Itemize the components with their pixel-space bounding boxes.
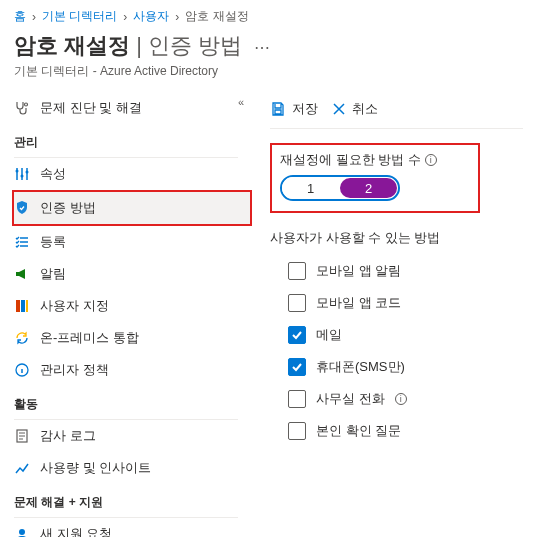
sidebar-item-label: 사용량 및 인사이트	[40, 459, 151, 477]
checkbox-label: 모바일 앱 코드	[316, 294, 401, 312]
megaphone-icon	[14, 266, 30, 282]
svg-point-1	[21, 175, 24, 178]
sidebar-item-auth-methods[interactable]: 인증 방법	[12, 190, 252, 226]
methods-required-toggle[interactable]: 1 2	[280, 175, 400, 201]
page-header: 암호 재설정 | 인증 방법 ⋯ 기본 디렉터리 - Azure Active …	[0, 29, 535, 92]
checklist-icon	[14, 234, 30, 250]
svg-rect-4	[21, 300, 25, 312]
sidebar-item-diagnose[interactable]: 문제 진단 및 해결	[14, 92, 252, 124]
save-icon	[270, 101, 286, 117]
available-methods-label: 사용자가 사용할 수 있는 방법	[270, 229, 523, 247]
sidebar-group-support: 문제 해결 + 지원	[14, 484, 238, 518]
support-icon	[14, 526, 30, 537]
save-button[interactable]: 저장	[270, 100, 318, 118]
sidebar-item-label: 온-프레미스 통합	[40, 329, 139, 347]
sidebar-item-registration[interactable]: 등록	[14, 226, 252, 258]
checkbox-label: 휴대폰(SMS만)	[316, 358, 405, 376]
sidebar-item-new-support[interactable]: 새 지원 요청	[14, 518, 252, 537]
checkbox-security-questions[interactable]	[288, 422, 306, 440]
sidebar-item-label: 문제 진단 및 해결	[40, 99, 142, 117]
page-description: 기본 디렉터리 - Azure Active Directory	[14, 63, 521, 80]
methods-required-label: 재설정에 필요한 방법 수 i	[280, 151, 470, 169]
sidebar-item-label: 감사 로그	[40, 427, 96, 445]
svg-point-0	[16, 170, 19, 173]
discard-button[interactable]: 취소	[332, 100, 378, 118]
more-menu-button[interactable]: ⋯	[254, 38, 270, 57]
option-2[interactable]: 2	[340, 178, 397, 198]
checkbox-label: 메일	[316, 326, 342, 344]
sidebar-item-notifications[interactable]: 알림	[14, 258, 252, 290]
page-title: 암호 재설정	[14, 31, 130, 61]
chevron-right-icon: ›	[32, 10, 36, 24]
sidebar-group-manage: 관리	[14, 124, 238, 158]
checkbox-office-phone[interactable]	[288, 390, 306, 408]
sidebar-item-label: 속성	[40, 165, 66, 183]
sidebar-item-admin-policy[interactable]: 관리자 정책	[14, 354, 252, 386]
command-bar: 저장 취소	[270, 92, 523, 128]
close-icon	[332, 102, 346, 116]
sidebar-item-label: 관리자 정책	[40, 361, 109, 379]
sidebar-group-activity: 활동	[14, 386, 238, 420]
chart-icon	[14, 460, 30, 476]
page-subtitle: 인증 방법	[148, 31, 242, 61]
sync-icon	[14, 330, 30, 346]
sidebar-item-label: 인증 방법	[40, 199, 96, 217]
checkbox-phone-sms[interactable]	[288, 358, 306, 376]
svg-point-8	[19, 529, 25, 535]
breadcrumb-users[interactable]: 사용자	[133, 8, 169, 25]
sidebar: « 문제 진단 및 해결 관리 속성 인증 방법 등록	[0, 92, 252, 537]
chevron-right-icon: ›	[175, 10, 179, 24]
sidebar-item-label: 등록	[40, 233, 66, 251]
breadcrumb-current: 암호 재설정	[185, 8, 248, 25]
sidebar-item-audit-logs[interactable]: 감사 로그	[14, 420, 252, 452]
svg-point-2	[26, 171, 29, 174]
option-1[interactable]: 1	[282, 177, 339, 199]
title-separator: |	[136, 33, 142, 59]
breadcrumb: 홈 › 기본 디렉터리 › 사용자 › 암호 재설정	[0, 0, 535, 29]
collapse-sidebar-button[interactable]: «	[238, 96, 244, 108]
methods-checklist: 모바일 앱 알림 모바일 앱 코드 메일 휴대폰(SMS만)	[270, 255, 523, 447]
shield-icon	[14, 200, 30, 216]
svg-rect-5	[26, 300, 28, 312]
checkbox-mobile-code[interactable]	[288, 294, 306, 312]
save-button-label: 저장	[292, 100, 318, 118]
log-icon	[14, 428, 30, 444]
sliders-icon	[14, 166, 30, 182]
checkbox-label: 본인 확인 질문	[316, 422, 401, 440]
main-content: 저장 취소 재설정에 필요한 방법 수 i 1 2 사용자가 사용할 수 있는 …	[252, 92, 535, 537]
info-icon	[14, 362, 30, 378]
customize-icon	[14, 298, 30, 314]
discard-button-label: 취소	[352, 100, 378, 118]
info-icon[interactable]: i	[395, 393, 407, 405]
checkbox-email[interactable]	[288, 326, 306, 344]
stethoscope-icon	[14, 100, 30, 116]
breadcrumb-directory[interactable]: 기본 디렉터리	[42, 8, 117, 25]
chevron-right-icon: ›	[123, 10, 127, 24]
sidebar-item-usage[interactable]: 사용량 및 인사이트	[14, 452, 252, 484]
checkbox-label: 모바일 앱 알림	[316, 262, 401, 280]
svg-rect-3	[16, 300, 20, 312]
sidebar-item-customization[interactable]: 사용자 지정	[14, 290, 252, 322]
checkbox-mobile-notification[interactable]	[288, 262, 306, 280]
sidebar-item-label: 새 지원 요청	[40, 525, 112, 537]
sidebar-item-label: 알림	[40, 265, 66, 283]
sidebar-item-label: 사용자 지정	[40, 297, 109, 315]
methods-required-block: 재설정에 필요한 방법 수 i 1 2	[270, 143, 480, 213]
sidebar-item-onprem[interactable]: 온-프레미스 통합	[14, 322, 252, 354]
breadcrumb-home[interactable]: 홈	[14, 8, 26, 25]
checkbox-label: 사무실 전화	[316, 390, 385, 408]
info-icon[interactable]: i	[425, 154, 437, 166]
sidebar-item-properties[interactable]: 속성	[14, 158, 252, 190]
